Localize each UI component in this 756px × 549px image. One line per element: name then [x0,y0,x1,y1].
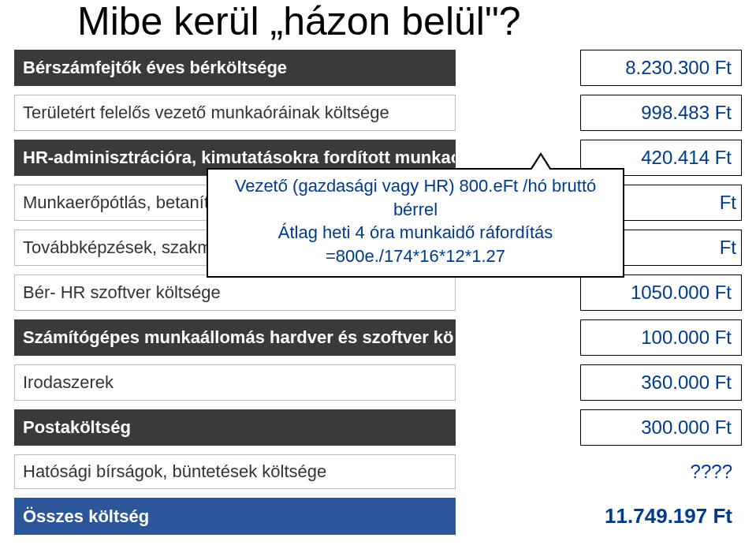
callout-line: =800e./174*16*12*1.27 [216,245,615,268]
cost-row: Területért felelős vezető munkaóráinak k… [14,95,742,131]
callout-box: Vezető (gazdasági vagy HR) 800.eFt /hó b… [207,168,624,278]
cost-amount: 998.483 Ft [580,95,742,131]
cost-amount: 8.230.300 Ft [580,50,742,86]
callout-line: Vezető (gazdasági vagy HR) 800.eFt /hó b… [216,174,615,221]
cost-amount: ???? [580,454,742,489]
total-label: Összes költség [14,498,456,535]
total-amount: 11.749.197 Ft [580,498,742,535]
cost-label: Területért felelős vezető munkaóráinak k… [14,95,456,131]
cost-label: Bérszámfejtők éves bérköltsége [14,50,456,86]
cost-label: Bér- HR szoftver költsége [14,274,456,311]
cost-label: Számítógépes munkaállomás hardver és szo… [14,319,456,356]
cost-row: Postaköltség 300.000 Ft [14,409,742,446]
slide-title: Mibe kerül „házon belül"? [14,0,742,43]
cost-amount: 1050.000 Ft [580,274,742,311]
total-row: Összes költség 11.749.197 Ft [14,498,742,535]
cost-row: Irodaszerek 360.000 Ft [14,364,742,401]
callout-line: Átlag heti 4 óra munkaidő ráfordítás [216,221,615,245]
cost-amount: 300.000 Ft [580,409,742,446]
cost-amount: 100.000 Ft [580,319,742,356]
cost-row: Hatósági bírságok, büntetések költsége ?… [14,454,742,489]
cost-row: Számítógépes munkaállomás hardver és szo… [14,319,742,356]
cost-row: Bér- HR szoftver költsége 1050.000 Ft [14,274,742,311]
cost-row: Bérszámfejtők éves bérköltsége 8.230.300… [14,50,742,86]
cost-label: Postaköltség [14,409,456,446]
cost-amount: 360.000 Ft [580,364,742,401]
cost-label: Hatósági bírságok, büntetések költsége [14,454,456,489]
cost-label: Irodaszerek [14,364,456,401]
